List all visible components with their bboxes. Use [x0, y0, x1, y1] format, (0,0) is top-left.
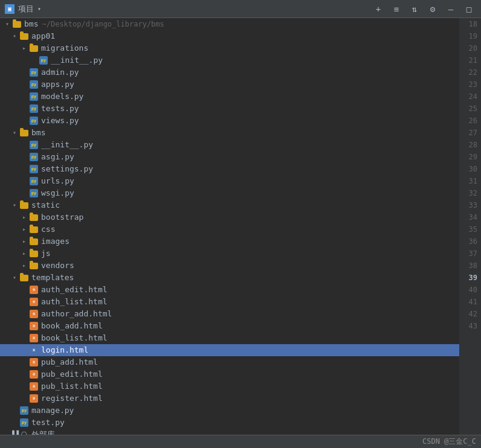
static-folder-icon	[19, 200, 29, 210]
book-add-html-icon: H	[29, 321, 39, 331]
author-add-html-icon: H	[29, 309, 39, 319]
file-settings-py[interactable]: py settings.py	[0, 163, 459, 175]
init-py-label: __init__.py	[51, 54, 103, 66]
file-tests-py[interactable]: py tests.py	[0, 103, 459, 115]
file-init-py-migrations[interactable]: py __init__.py	[0, 54, 459, 66]
file-pub-add-html[interactable]: H pub_add.html	[0, 356, 459, 368]
line-29: 29	[465, 151, 477, 163]
file-test-py[interactable]: py test.py	[0, 417, 459, 429]
folder-static[interactable]: static	[0, 199, 459, 211]
app01-folder-icon	[19, 31, 29, 41]
external-libs-label: 外部库	[31, 429, 55, 435]
project-root[interactable]: bms ~/Desktop/django_library/bms	[0, 18, 459, 30]
line-25: 25	[465, 103, 477, 115]
file-models-py[interactable]: py models.py	[0, 91, 459, 103]
external-libs-icon: ⎔	[19, 430, 29, 435]
register-html-label: register.html	[41, 392, 103, 405]
file-manage-py[interactable]: py manage.py	[0, 405, 459, 417]
minimize-button[interactable]: —	[444, 2, 458, 16]
line-31: 31	[465, 175, 477, 187]
file-pub-list-html[interactable]: H pub_list.html	[0, 380, 459, 392]
folder-external-libs[interactable]: ▐▐ ⎔ 外部库	[0, 429, 459, 435]
leaf-space	[19, 66, 29, 78]
pub-list-html-label: pub_list.html	[41, 380, 103, 392]
migrations-label: migrations	[41, 42, 88, 54]
templates-label: templates	[31, 272, 74, 284]
file-login-html[interactable]: H login.html	[0, 344, 459, 356]
leaf-space	[19, 392, 29, 405]
settings-py-label: settings.py	[41, 163, 93, 175]
admin-py-icon: py	[29, 68, 39, 77]
line-24: 24	[465, 91, 477, 103]
asgi-py-icon: py	[29, 152, 39, 162]
folder-js[interactable]: js	[0, 248, 459, 260]
title-dropdown-icon[interactable]: ▾	[37, 5, 41, 12]
add-button[interactable]: +	[371, 2, 386, 16]
leaf-space	[10, 417, 19, 429]
line-40: 40	[465, 284, 477, 296]
file-views-py[interactable]: py views.py	[0, 115, 459, 127]
file-author-add-html[interactable]: H author_add.html	[0, 308, 459, 320]
file-urls-py[interactable]: py urls.py	[0, 175, 459, 187]
line-32: 32	[465, 187, 477, 199]
leaf-space	[19, 356, 29, 368]
folder-images[interactable]: images	[0, 235, 459, 248]
line-30: 30	[465, 163, 477, 175]
file-book-list-html[interactable]: H book_list.html	[0, 332, 459, 344]
bms-arrow	[10, 127, 19, 139]
file-bms-init-py[interactable]: py __init__.py	[0, 139, 459, 151]
line-numbers-panel: 18 19 20 21 22 23 24 25 26 27 28 29 30 3…	[459, 18, 481, 435]
line-43: 43	[465, 320, 477, 332]
maximize-button[interactable]: □	[462, 2, 476, 16]
file-tree-panel[interactable]: bms ~/Desktop/django_library/bms app01 m…	[0, 18, 459, 435]
pub-edit-html-icon: H	[29, 370, 39, 379]
line-38: 38	[465, 260, 477, 272]
file-apps-py[interactable]: py apps.py	[0, 78, 459, 91]
templates-folder-icon	[19, 273, 29, 283]
folder-vendors[interactable]: vendors	[0, 260, 459, 272]
folder-templates[interactable]: templates	[0, 272, 459, 284]
init-py-icon: py	[39, 56, 48, 65]
pub-list-html-icon: H	[29, 382, 39, 391]
file-auth-list-html[interactable]: H auth_list.html	[0, 296, 459, 308]
line-33: 33	[465, 199, 477, 211]
folder-bootstrap[interactable]: bootstrap	[0, 211, 459, 223]
settings-button[interactable]: ⚙	[425, 2, 440, 16]
wsgi-py-label: wsgi.py	[41, 187, 74, 199]
folder-migrations[interactable]: migrations	[0, 42, 459, 54]
bootstrap-folder-icon	[29, 213, 39, 222]
file-admin-py[interactable]: py admin.py	[0, 66, 459, 78]
file-asgi-py[interactable]: py asgi.py	[0, 151, 459, 163]
file-auth-edit-html[interactable]: H auth_edit.html	[0, 284, 459, 296]
file-pub-edit-html[interactable]: H pub_edit.html	[0, 368, 459, 380]
menu-button[interactable]: ≡	[389, 2, 404, 16]
sort-button[interactable]: ⇅	[407, 2, 422, 16]
file-register-html[interactable]: H register.html	[0, 392, 459, 405]
folder-app01[interactable]: app01	[0, 30, 459, 42]
migrations-arrow	[19, 42, 29, 54]
title-bar-left: ▣ 项目 ▾	[5, 4, 41, 14]
bms-init-py-icon: py	[29, 140, 39, 150]
file-wsgi-py[interactable]: py wsgi.py	[0, 187, 459, 199]
static-arrow	[10, 199, 19, 211]
line-20: 20	[465, 42, 477, 54]
line-27: 27	[465, 127, 477, 139]
register-html-icon: H	[29, 394, 39, 403]
manage-py-label: manage.py	[31, 405, 74, 417]
migrations-folder-icon	[29, 43, 39, 53]
file-book-add-html[interactable]: H book_add.html	[0, 320, 459, 332]
bootstrap-arrow	[19, 211, 29, 223]
folder-css[interactable]: css	[0, 223, 459, 235]
leaf-space	[19, 284, 29, 296]
leaf-space	[19, 163, 29, 175]
book-add-html-label: book_add.html	[41, 320, 103, 332]
leaf-space	[19, 78, 29, 91]
book-list-html-label: book_list.html	[41, 332, 108, 344]
admin-py-label: admin.py	[41, 66, 79, 78]
folder-bms[interactable]: bms	[0, 127, 459, 139]
leaf-space	[19, 139, 29, 151]
author-add-html-label: author_add.html	[41, 308, 112, 320]
js-label: js	[41, 248, 51, 260]
models-py-label: models.py	[41, 91, 83, 103]
leaf-space	[10, 405, 19, 417]
